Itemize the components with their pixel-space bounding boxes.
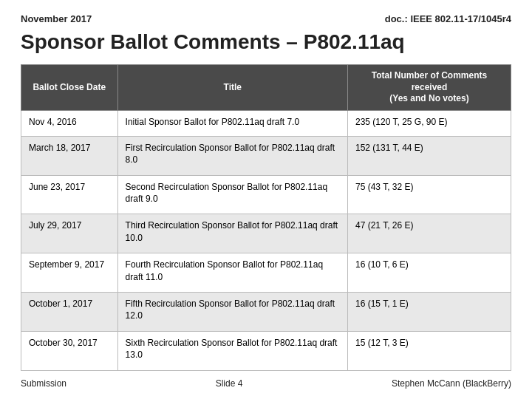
cell-comments: 152 (131 T, 44 E)	[347, 136, 511, 175]
cell-date: October 30, 2017	[21, 332, 118, 371]
cell-date: October 1, 2017	[21, 293, 118, 332]
cell-title: Initial Sponsor Ballot for P802.11aq dra…	[117, 110, 347, 136]
table-row: March 18, 2017First Recirculation Sponso…	[21, 136, 511, 175]
header-left: November 2017	[21, 13, 92, 24]
page-title: Sponsor Ballot Comments – P802.11aq	[21, 30, 511, 54]
footer-right: Stephen McCann (BlackBerry)	[392, 378, 511, 389]
footer-left: Submission	[21, 378, 66, 389]
cell-title: Fourth Recirculation Sponsor Ballot for …	[117, 253, 347, 293]
cell-date: July 29, 2017	[21, 214, 118, 253]
table-body: Nov 4, 2016Initial Sponsor Ballot for P8…	[21, 110, 511, 370]
footer-row: Submission Slide 4 Stephen McCann (Black…	[21, 378, 511, 389]
col-header-comments: Total Number of Comments received(Yes an…	[347, 65, 511, 111]
table-row: October 1, 2017Fifth Recirculation Spons…	[21, 293, 511, 332]
header-row: November 2017 doc.: IEEE 802.11-17/1045r…	[21, 13, 511, 24]
table-row: October 30, 2017Sixth Recirculation Spon…	[21, 332, 511, 371]
table-row: July 29, 2017Third Recirculation Sponsor…	[21, 214, 511, 253]
table-row: June 23, 2017Second Recirculation Sponso…	[21, 175, 511, 214]
cell-title: Fifth Recirculation Sponsor Ballot for P…	[117, 293, 347, 332]
table-row: September 9, 2017Fourth Recirculation Sp…	[21, 253, 511, 293]
ballot-table: Ballot Close Date Title Total Number of …	[21, 64, 511, 371]
cell-comments: 15 (12 T, 3 E)	[347, 332, 511, 371]
cell-title: Third Recirculation Sponsor Ballot for P…	[117, 214, 347, 253]
cell-comments: 47 (21 T, 26 E)	[347, 214, 511, 253]
cell-comments: 235 (120 T, 25 G, 90 E)	[347, 110, 511, 136]
col-header-title: Title	[117, 65, 347, 111]
cell-date: September 9, 2017	[21, 253, 118, 293]
cell-title: Second Recirculation Sponsor Ballot for …	[117, 175, 347, 214]
cell-date: June 23, 2017	[21, 175, 118, 214]
cell-comments: 16 (10 T, 6 E)	[347, 253, 511, 293]
cell-comments: 75 (43 T, 32 E)	[347, 175, 511, 214]
table-header-row: Ballot Close Date Title Total Number of …	[21, 65, 511, 111]
cell-title: First Recirculation Sponsor Ballot for P…	[117, 136, 347, 175]
page: November 2017 doc.: IEEE 802.11-17/1045r…	[0, 0, 532, 399]
header-right: doc.: IEEE 802.11-17/1045r4	[385, 13, 511, 24]
col-header-date: Ballot Close Date	[21, 65, 118, 111]
cell-date: Nov 4, 2016	[21, 110, 118, 136]
cell-comments: 16 (15 T, 1 E)	[347, 293, 511, 332]
cell-date: March 18, 2017	[21, 136, 118, 175]
cell-title: Sixth Recirculation Sponsor Ballot for P…	[117, 332, 347, 371]
footer-center: Slide 4	[216, 378, 243, 389]
table-row: Nov 4, 2016Initial Sponsor Ballot for P8…	[21, 110, 511, 136]
